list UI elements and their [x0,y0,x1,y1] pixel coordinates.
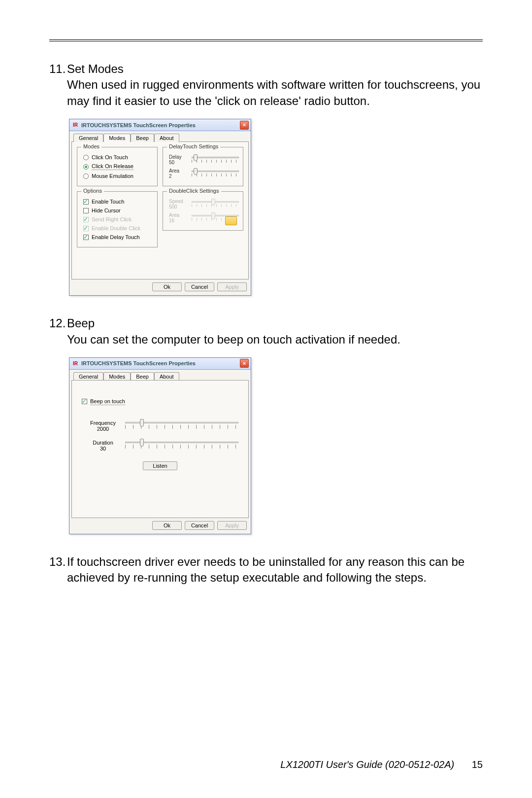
tabs: General Modes Beep About [73,134,249,142]
group-modes-title: Modes [81,143,101,149]
chk-send-right-click: Send Right Click [83,216,153,222]
app-icon: IR [71,121,79,129]
chk-enable-delay-touch[interactable]: Enable Delay Touch [83,234,153,240]
tab-general[interactable]: General [73,372,103,381]
radio-click-on-touch-label: Click On Touch [92,154,128,160]
folder-icon[interactable] [225,216,237,225]
group-doubleclick-title: DoubleClick Settings [167,188,221,194]
slider-frequency[interactable]: Frequency 2000 [87,420,238,432]
tab-general[interactable]: General [73,134,103,142]
slider-area2-value: 16 [169,218,189,223]
slider-frequency-label: Frequency [90,420,116,426]
cancel-button[interactable]: Cancel [185,521,214,530]
group-delaytouch-title: DelayTouch Settings [167,143,220,149]
slider-area-value: 2 [169,173,189,179]
tab-modes[interactable]: Modes [103,372,131,381]
group-delaytouch: DelayTouch Settings Delay50 Area2 [163,147,243,186]
close-icon[interactable]: × [240,121,249,130]
slider-duration-value: 30 [100,446,106,451]
chk-enable-double-click-label: Enable Double Click [92,225,140,231]
chk-enable-touch[interactable]: Enable Touch [83,199,153,205]
group-doubleclick: DoubleClick Settings Speed500 Area16 [163,191,243,231]
item-12-num: 12. [49,315,67,347]
titlebar: IR IRTOUCHSYSTEMS TouchScreen Properties… [69,119,251,131]
page-number: 15 [472,759,483,770]
tab-beep[interactable]: Beep [131,372,154,381]
item-11-desc: When used in rugged environments with so… [67,77,483,109]
app-icon: IR [71,359,79,367]
item-12: 12. Beep You can set the computer to bee… [49,315,483,347]
radio-mouse-emulation-label: Mouse Emulation [92,173,133,179]
item-13: 13. If touchscreen driver ever needs to … [49,554,483,586]
chk-send-right-click-label: Send Right Click [92,216,132,222]
dialog-beep: IR IRTOUCHSYSTEMS TouchScreen Properties… [69,357,251,534]
slider-speed-value: 500 [169,204,189,209]
close-icon[interactable]: × [240,359,249,368]
cancel-button[interactable]: Cancel [185,282,214,291]
chk-beep-on-touch[interactable]: Beep on touch [82,398,238,405]
radio-click-on-release-label: Click On Release [92,163,133,170]
item-12-title: Beep [67,315,483,331]
slider-duration[interactable]: Duration 30 [87,440,238,451]
tab-beep[interactable]: Beep [131,134,154,142]
item-11-title: Set Modes [67,61,483,77]
radio-click-on-touch[interactable]: Click On Touch [83,154,153,160]
slider-speed: Speed500 [169,199,239,209]
titlebar: IR IRTOUCHSYSTEMS TouchScreen Properties… [69,358,251,370]
apply-button: Apply [217,282,247,291]
group-options-title: Options [81,188,104,194]
ok-button[interactable]: Ok [152,282,182,291]
slider-frequency-value: 2000 [97,426,109,432]
group-modes: Modes Click On Touch Click On Release Mo… [77,147,158,186]
radio-click-on-release[interactable]: Click On Release [83,163,153,170]
chk-enable-delay-touch-label: Enable Delay Touch [92,234,140,240]
tab-about[interactable]: About [154,372,179,381]
item-12-desc: You can set the computer to beep on touc… [67,332,483,347]
chk-hide-cursor-label: Hide Cursor [92,208,121,213]
listen-button[interactable]: Listen [143,461,177,470]
ok-button[interactable]: Ok [152,521,182,530]
tab-about[interactable]: About [154,134,179,142]
item-11-num: 11. [49,61,67,109]
slider-area2-label: Area [169,212,179,218]
window-title: IRTOUCHSYSTEMS TouchScreen Properties [81,360,196,366]
tabs: General Modes Beep About [73,372,249,381]
item-13-num: 13. [49,554,67,586]
item-13-desc: If touchscreen driver ever needs to be u… [67,554,483,586]
footer: LX1200TI User's Guide (020-0512-02A) 15 [280,759,483,770]
top-rule [49,39,483,41]
footer-guide: LX1200TI User's Guide (020-0512-02A) [280,759,454,770]
group-options: Options Enable Touch Hide Cursor Send Ri… [77,191,158,247]
slider-area[interactable]: Area2 [169,168,239,179]
chk-beep-on-touch-label: Beep on touch [90,398,125,405]
slider-delay[interactable]: Delay50 [169,154,239,165]
slider-speed-label: Speed [169,199,183,204]
slider-area-label: Area [169,168,179,173]
radio-mouse-emulation[interactable]: Mouse Emulation [83,173,153,179]
window-title: IRTOUCHSYSTEMS TouchScreen Properties [81,122,196,128]
slider-delay-label: Delay [169,154,182,160]
apply-button: Apply [217,521,247,530]
chk-enable-touch-label: Enable Touch [92,199,124,205]
dialog-modes: IR IRTOUCHSYSTEMS TouchScreen Properties… [69,119,251,296]
tab-modes[interactable]: Modes [103,134,131,142]
slider-delay-value: 50 [169,160,189,165]
item-11: 11. Set Modes When used in rugged enviro… [49,61,483,109]
chk-hide-cursor[interactable]: Hide Cursor [83,208,153,213]
slider-duration-label: Duration [93,440,113,446]
chk-enable-double-click: Enable Double Click [83,225,153,231]
